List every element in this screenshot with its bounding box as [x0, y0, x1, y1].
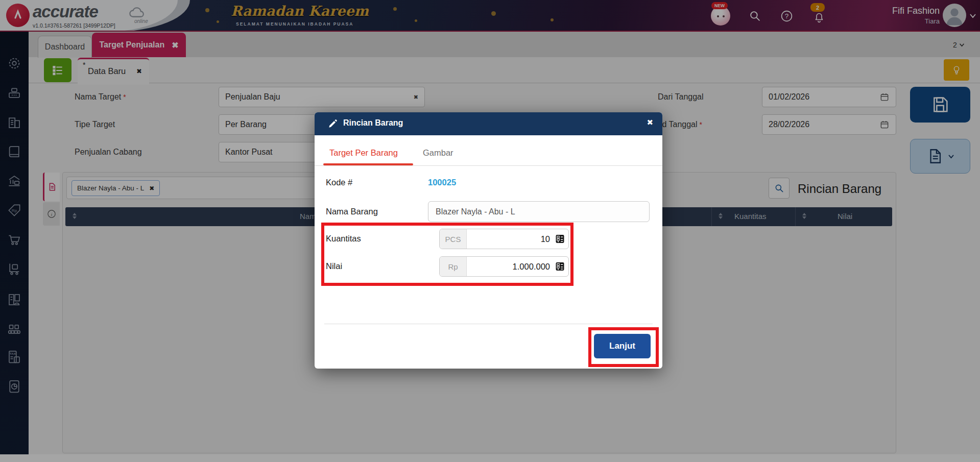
modal-title: Rincian Barang: [343, 118, 403, 128]
annotation-box-quantity-value: [321, 223, 573, 286]
active-tab-underline: [323, 163, 413, 165]
nama-barang-value: Blazer Nayla - Abu - L: [436, 207, 515, 216]
modal-close-icon[interactable]: ✖: [647, 118, 653, 127]
accurate-online-app: accurate online v1.0.1#3761-587261 [3499…: [0, 0, 980, 462]
kode-label: Kode #: [326, 178, 352, 187]
modal-tabs-divider: [315, 165, 662, 166]
pencil-edit-icon: [328, 119, 338, 129]
nama-barang-label: Nama Barang: [326, 207, 378, 216]
nama-barang-input[interactable]: Blazer Nayla - Abu - L: [428, 201, 650, 222]
modal-header: Rincian Barang ✖: [315, 112, 662, 135]
kode-value-link[interactable]: 100025: [428, 178, 456, 187]
modal-tab-target-per-barang[interactable]: Target Per Barang: [329, 148, 398, 158]
annotation-box-lanjut: [588, 327, 659, 367]
modal-tab-gambar[interactable]: Gambar: [423, 148, 453, 158]
modal-footer-divider: [324, 324, 653, 324]
